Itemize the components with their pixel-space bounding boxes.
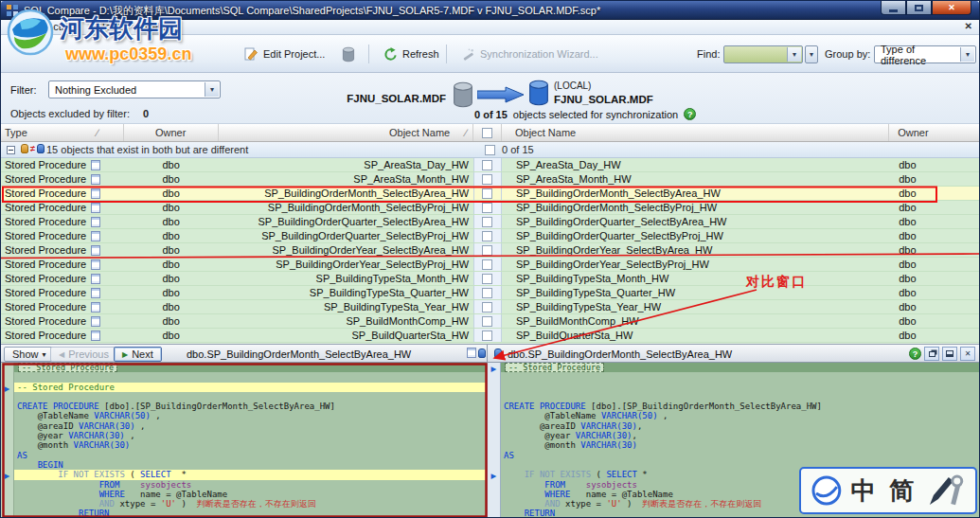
restore-icon [929, 351, 935, 357]
show-dropdown-button[interactable]: Show ▾ [4, 347, 55, 362]
row-type-label: Stored Procedure [5, 173, 86, 185]
target-database-name: FJNU_SOLAR.MDF [554, 94, 653, 105]
diff-gutter-line [488, 499, 500, 509]
diff-gutter-left: ▶▶ [1, 363, 14, 518]
row-checkbox[interactable] [482, 160, 492, 170]
sql-line: AND xtype = 'U' ) 判断表是否存在，不存在则返回 [501, 499, 979, 509]
row-type-label: Stored Procedure [5, 230, 86, 241]
row-object-left: SP_BuildQuarterSta_HW [219, 329, 473, 342]
menu-actions[interactable]: Actions [38, 20, 89, 33]
column-header-type[interactable]: Type ∕ [1, 124, 124, 141]
table-row[interactable]: Stored Procedure dbo SP_AreaSta_Day_HW S… [1, 158, 979, 172]
next-difference-button[interactable]: ▶ Next [114, 347, 162, 362]
stored-procedure-icon [91, 231, 100, 241]
previous-difference-button[interactable]: ◀ Previous [50, 347, 117, 362]
table-row[interactable]: Stored Procedure dbo SP_BuildingOrderMon… [1, 201, 979, 215]
table-row[interactable]: Stored Procedure dbo SP_BuildingOrderMon… [1, 187, 979, 201]
column-header-owner-right[interactable]: Owner [889, 124, 979, 141]
dock-panel-button[interactable] [942, 347, 957, 361]
row-owner-right: dbo [889, 215, 979, 228]
row-checkbox[interactable] [482, 288, 492, 298]
table-row[interactable]: Stored Procedure dbo SP_AreaSta_Month_HW… [1, 172, 979, 187]
diff-gutter-line [1, 451, 13, 460]
edit-project-icon [243, 46, 258, 62]
help-icon[interactable]: ? [909, 348, 921, 360]
database-icon [494, 348, 502, 358]
select-all-checkbox[interactable] [482, 128, 492, 138]
column-header-type-label: Type [5, 127, 27, 138]
column-header-owner-left[interactable]: Owner [124, 124, 219, 141]
row-checkbox[interactable] [482, 188, 492, 199]
table-row[interactable]: Stored Procedure dbo SP_BuildingTypeSta_… [1, 286, 979, 300]
diff-gutter-line: ▶ [488, 363, 500, 372]
group-by-dropdown[interactable]: Type of difference ▾ [874, 45, 976, 63]
project-database-button[interactable] [334, 43, 363, 65]
collapse-group-icon[interactable] [7, 146, 15, 154]
row-owner-left: dbo [124, 258, 219, 271]
group-checkbox[interactable] [485, 145, 495, 155]
row-checkbox[interactable] [482, 217, 492, 227]
diff-gutter-line [1, 363, 13, 372]
row-checkbox[interactable] [482, 259, 492, 270]
filter-dropdown[interactable]: Nothing Excluded ▾ [48, 80, 221, 98]
filter-label: Filter: [10, 84, 37, 96]
close-panel-button[interactable]: ✕ [960, 347, 975, 361]
table-row[interactable]: Stored Procedure dbo SP_BuildMonthComp_H… [1, 314, 979, 329]
refresh-button[interactable]: Refresh [376, 43, 447, 65]
find-options-button[interactable]: ▾ [805, 45, 818, 63]
table-row[interactable]: Stored Procedure dbo SP_BuildQuarterSta_… [1, 329, 979, 343]
column-header-object-left[interactable]: Object Name ∕ [219, 124, 473, 141]
help-icon[interactable]: ? [684, 108, 696, 120]
row-checkbox[interactable] [482, 174, 492, 185]
edit-project-button[interactable]: Edit Project... [236, 43, 332, 65]
diff-gutter-line: ▶ [488, 470, 500, 479]
menu-close-icon[interactable]: ✕ [965, 21, 972, 31]
column-header-object-right[interactable]: Object Name [502, 124, 889, 141]
diff-gutter-line [488, 402, 500, 411]
row-checkbox[interactable] [482, 203, 492, 213]
next-icon: ▶ [122, 350, 128, 359]
row-object-left: SP_AreaSta_Month_HW [219, 172, 473, 186]
diff-gutter-line [488, 460, 500, 470]
stored-procedure-icon [91, 259, 100, 270]
sql-line: RETURN [14, 509, 487, 518]
sql-pane-left[interactable]: -- Stored Procedure-- Stored ProcedureCR… [14, 363, 487, 518]
restore-panel-button[interactable] [924, 347, 939, 361]
group-header-row[interactable]: ≠ 15 objects that exist in both but are … [1, 142, 979, 158]
table-row[interactable]: Stored Procedure dbo SP_BuildingTypeSta_… [1, 272, 979, 286]
table-row[interactable]: Stored Procedure dbo SP_BuildingOrderQua… [1, 215, 979, 229]
sql-pane-right[interactable]: -- Stored ProcedureCREATE PROCEDURE [dbo… [501, 363, 979, 518]
table-row[interactable]: Stored Procedure dbo SP_BuildingTypeSta_… [1, 300, 979, 314]
menu-file[interactable]: File [1, 20, 35, 33]
group-type-icons: ≠ [21, 144, 45, 153]
sync-wizard-button[interactable]: Synchronization Wizard... [454, 43, 606, 65]
diff-gutter-line [1, 372, 13, 382]
row-checkbox[interactable] [482, 302, 492, 313]
sql-line: @TableName VARCHAR(50) , [14, 411, 487, 420]
row-checkbox[interactable] [482, 274, 492, 284]
stored-procedure-icon [91, 160, 100, 170]
diff-gutter-line: ▶ [1, 383, 13, 392]
menu-tools[interactable]: Tools [92, 20, 134, 33]
row-checkbox[interactable] [482, 330, 492, 341]
column-header-object-right-label: Object Name [515, 127, 576, 138]
close-button[interactable]: ✕ [932, 1, 971, 15]
target-database-icon [527, 80, 550, 106]
table-row[interactable]: Stored Procedure dbo SP_BuildingOrderQua… [1, 229, 979, 243]
sql-line: -- Stored Procedure [14, 363, 487, 372]
sync-wizard-icon [461, 47, 475, 62]
maximize-button[interactable] [906, 1, 932, 15]
row-checkbox[interactable] [482, 316, 492, 327]
find-dropdown[interactable]: ▾ [723, 45, 803, 63]
diff-gutter-line [1, 411, 13, 420]
diff-gutter-line [1, 480, 13, 490]
column-header-select[interactable] [473, 124, 502, 141]
menu-help[interactable]: Help [136, 20, 175, 33]
minimize-button[interactable] [881, 1, 906, 15]
table-row[interactable]: Stored Procedure dbo SP_BuildingOrderYea… [1, 243, 979, 258]
table-row[interactable]: Stored Procedure dbo SP_BuildingOrderYea… [1, 258, 979, 272]
row-checkbox[interactable] [482, 245, 492, 256]
row-checkbox[interactable] [482, 231, 492, 241]
sql-line: AS [501, 451, 979, 460]
title-bar[interactable]: SQL Compare - D:\我的资料库\Documents\SQL Com… [1, 1, 979, 20]
